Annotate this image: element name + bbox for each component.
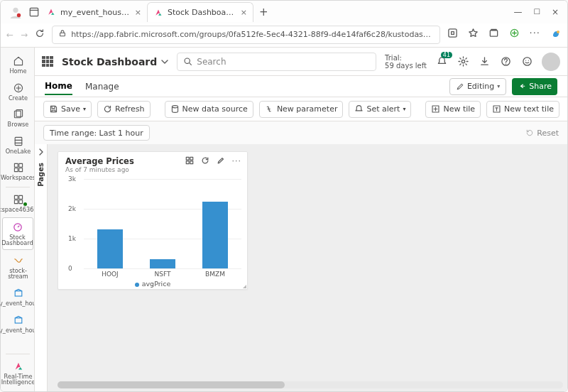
x-tick-label: BMZM <box>205 271 225 278</box>
settings-icon[interactable] <box>457 55 469 68</box>
close-icon[interactable]: × <box>241 8 247 17</box>
svg-rect-22 <box>18 195 22 199</box>
window-close[interactable]: × <box>552 7 559 17</box>
tile-average-prices[interactable]: Average Prices As of 7 minutes ago ··· 0… <box>58 151 248 290</box>
svg-point-30 <box>462 60 464 62</box>
save-button[interactable]: Save▾ <box>43 101 92 118</box>
y-tick-label: 1k <box>68 235 76 242</box>
close-icon[interactable]: × <box>135 8 141 17</box>
refresh-button[interactable]: Refresh <box>97 101 151 118</box>
feedback-icon[interactable] <box>520 55 533 68</box>
new-tab-button[interactable]: + <box>253 6 274 18</box>
sidebar-item-event-house-1[interactable]: my_event_house <box>2 284 33 310</box>
set-alert-button[interactable]: Set alert▾ <box>349 101 411 118</box>
svg-rect-40 <box>190 161 192 164</box>
tab-home[interactable]: Home <box>45 78 72 95</box>
tab-stock-dashboard[interactable]: Stock Dashboard - Real-Time Inte × <box>147 2 253 22</box>
sidebar-item-rti[interactable]: Real-Time Intelligence <box>2 357 33 391</box>
more-icon[interactable]: ··· <box>530 28 540 41</box>
url-input[interactable]: https://app.fabric.microsoft.com/groups/… <box>52 26 439 44</box>
favorites-icon[interactable] <box>468 28 479 41</box>
sidebar-item-workspace46360677[interactable]: workspace46360677 <box>2 190 33 216</box>
sidebar-item-stock-stream[interactable]: stock-stream <box>2 251 33 283</box>
scrollbar-thumb[interactable] <box>58 381 285 388</box>
sidebar-item-label: Workspaces <box>1 175 35 181</box>
avatar[interactable] <box>542 53 560 71</box>
chevron-down-icon <box>161 58 168 65</box>
svg-rect-5 <box>448 29 456 37</box>
sidebar-item-event-house-2[interactable]: my_event_house <box>2 311 33 337</box>
browser-titlebar: my_event_house - Real-Time Inte × Stock … <box>1 1 567 23</box>
tab-manage[interactable]: Manage <box>85 79 119 94</box>
svg-rect-4 <box>60 33 65 36</box>
trial-value: 59 days left <box>385 62 427 70</box>
sidebar-item-home[interactable]: Home <box>2 52 33 77</box>
back-button[interactable]: ← <box>6 30 13 40</box>
time-range-chip[interactable]: Time range: Last 1 hour <box>43 125 150 141</box>
new-tile-button[interactable]: New tile <box>425 101 481 118</box>
pages-panel-collapsed[interactable]: Pages <box>35 144 48 391</box>
svg-rect-23 <box>14 200 18 204</box>
copilot-icon[interactable] <box>550 28 562 41</box>
tab-actions-icon[interactable] <box>28 6 40 18</box>
stream-icon <box>12 254 25 267</box>
sidebar-item-onelake[interactable]: OneLake <box>2 132 33 158</box>
chart-legend: avgPrice <box>58 280 247 288</box>
reload-button[interactable] <box>35 28 45 40</box>
horizontal-scrollbar[interactable] <box>58 381 563 388</box>
bar-HOOJ[interactable] <box>97 229 123 268</box>
reset-button[interactable]: Reset <box>525 129 559 138</box>
explore-icon[interactable] <box>185 156 194 167</box>
profile-icon[interactable] <box>8 4 23 20</box>
window-minimize[interactable]: — <box>513 7 522 17</box>
eventhouse-icon <box>12 314 25 327</box>
tab-my-event-house[interactable]: my_event_house - Real-Time Inte × <box>40 2 147 22</box>
window-maximize[interactable]: □ <box>533 7 540 17</box>
refresh-tile-icon[interactable] <box>201 156 209 167</box>
addon-icon[interactable] <box>509 28 520 41</box>
edit-tile-icon[interactable] <box>217 156 225 167</box>
search-placeholder: Search <box>197 57 226 67</box>
svg-rect-14 <box>15 137 22 145</box>
bar-BMZM[interactable] <box>202 202 228 269</box>
main-content: Stock Dashboard Search Trial: 59 days le… <box>35 48 567 391</box>
new-data-source-button[interactable]: New data source <box>165 101 253 118</box>
search-input[interactable]: Search <box>177 53 376 71</box>
forward-button[interactable]: → <box>21 30 28 40</box>
sidebar-item-label: stock-stream <box>4 268 33 280</box>
tile-more-icon[interactable]: ··· <box>232 156 242 167</box>
help-icon[interactable] <box>499 55 512 68</box>
dashboard-canvas[interactable]: Average Prices As of 7 minutes ago ··· 0… <box>48 144 567 391</box>
download-icon[interactable] <box>478 55 491 68</box>
tile-icon <box>431 104 440 114</box>
page-title[interactable]: Stock Dashboard <box>62 56 168 67</box>
resize-handle[interactable] <box>241 283 246 288</box>
database-icon <box>170 104 180 114</box>
app-launcher-icon[interactable] <box>42 56 53 67</box>
new-parameter-button[interactable]: New parameter <box>259 101 344 118</box>
sidebar-item-stock-dashboard[interactable]: Stock Dashboard <box>2 217 33 250</box>
svg-rect-18 <box>18 164 22 168</box>
notifications-icon[interactable]: 41 <box>435 55 448 68</box>
editing-mode-button[interactable]: Editing ▾ <box>449 78 506 95</box>
sidebar-item-workspaces[interactable]: Workspaces <box>2 158 33 184</box>
dashboard-canvas-wrap: Pages Average Prices As of 7 minutes ago <box>35 144 567 391</box>
browse-icon <box>12 108 25 121</box>
tile-subtitle: As of 7 minutes ago <box>65 166 134 173</box>
extensions-icon[interactable] <box>447 28 458 41</box>
time-range-value: Last 1 hour <box>99 129 143 138</box>
chevron-right-icon <box>38 148 45 156</box>
trial-label: Trial: <box>385 54 427 62</box>
collections-icon[interactable] <box>488 28 499 41</box>
share-button[interactable]: Share <box>512 78 557 95</box>
bar-NSFT[interactable] <box>150 259 175 268</box>
sidebar-item-label: OneLake <box>6 148 31 155</box>
tile-title: Average Prices <box>65 156 134 166</box>
bell-icon <box>354 104 364 114</box>
new-text-tile-button[interactable]: New text tile <box>486 101 559 118</box>
onelake-icon <box>12 135 25 148</box>
refresh-icon <box>103 104 112 114</box>
sidebar-item-browse[interactable]: Browse <box>2 105 33 131</box>
sidebar-item-label: Create <box>9 95 28 102</box>
sidebar-item-create[interactable]: Create <box>2 79 33 104</box>
